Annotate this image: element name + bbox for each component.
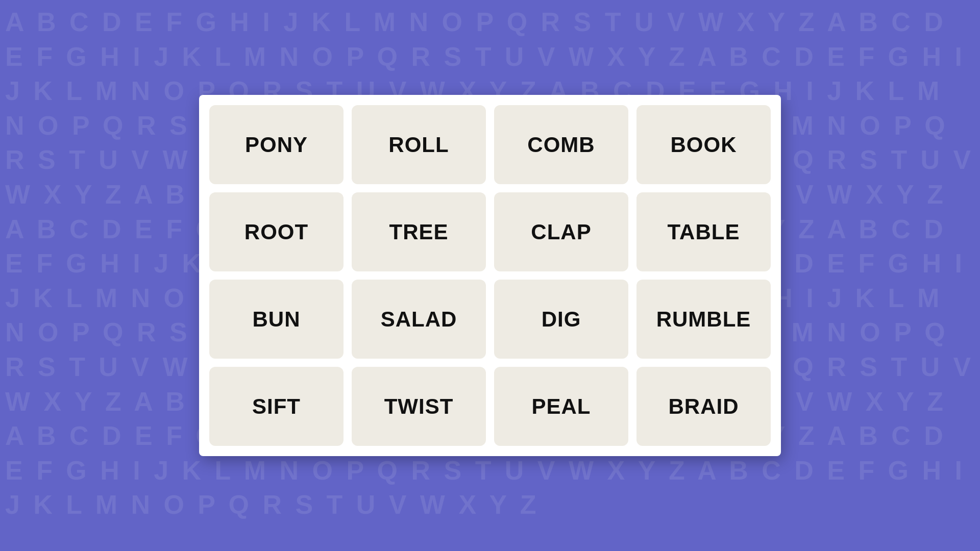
word-card-clap[interactable]: CLAP — [494, 192, 628, 271]
word-label: BOOK — [671, 133, 737, 157]
word-card-pony[interactable]: PONY — [209, 105, 344, 184]
word-label: PONY — [245, 133, 308, 157]
word-label: ROOT — [244, 220, 308, 244]
word-label: BUN — [253, 307, 301, 332]
word-label: SIFT — [252, 394, 301, 419]
word-card-salad[interactable]: SALAD — [352, 280, 486, 359]
word-label: TWIST — [384, 394, 454, 419]
word-label: ROLL — [388, 133, 449, 157]
word-label: CLAP — [531, 220, 591, 244]
word-card-dig[interactable]: DIG — [494, 280, 628, 359]
word-card-rumble[interactable]: RUMBLE — [636, 280, 771, 359]
word-label: COMB — [527, 133, 595, 157]
word-grid-container: PONYROLLCOMBBOOKROOTTREECLAPTABLEBUNSALA… — [199, 95, 781, 456]
word-card-book[interactable]: BOOK — [636, 105, 771, 184]
word-label: PEAL — [531, 394, 591, 419]
word-label: BRAID — [669, 394, 739, 419]
word-card-bun[interactable]: BUN — [209, 280, 344, 359]
word-label: RUMBLE — [656, 307, 751, 332]
word-card-peal[interactable]: PEAL — [494, 367, 628, 446]
word-card-twist[interactable]: TWIST — [352, 367, 486, 446]
word-card-tree[interactable]: TREE — [352, 192, 486, 271]
word-card-braid[interactable]: BRAID — [636, 367, 771, 446]
word-grid: PONYROLLCOMBBOOKROOTTREECLAPTABLEBUNSALA… — [209, 105, 771, 446]
word-card-table[interactable]: TABLE — [636, 192, 771, 271]
word-card-sift[interactable]: SIFT — [209, 367, 344, 446]
word-label: SALAD — [381, 307, 457, 332]
word-card-roll[interactable]: ROLL — [352, 105, 486, 184]
word-label: DIG — [542, 307, 581, 332]
word-card-root[interactable]: ROOT — [209, 192, 344, 271]
word-card-comb[interactable]: COMB — [494, 105, 628, 184]
word-label: TREE — [389, 220, 448, 244]
word-label: TABLE — [668, 220, 740, 244]
